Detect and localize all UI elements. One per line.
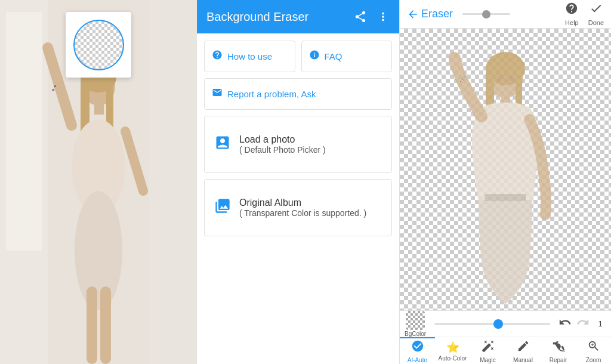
tab-auto-color-label: Auto-Color	[439, 355, 467, 362]
tab-magic[interactable]: Magic	[470, 337, 505, 364]
zoom-icon	[587, 340, 600, 356]
bgcolor-label: BgColor	[405, 331, 426, 337]
left-photo-bg: ✦✦	[0, 0, 197, 364]
preview-circle	[73, 20, 124, 70]
load-photo-text: Load a photo ( Default Photo Picker )	[239, 134, 326, 155]
help-button[interactable]: Help	[565, 2, 579, 26]
tab-auto-color[interactable]: ⭐ Auto-Color	[435, 337, 470, 364]
toolbar-top-row: BgColor 1	[400, 311, 611, 337]
header-actions: Help Done	[565, 2, 604, 26]
eraser-canvas[interactable]: ✦✦✦	[400, 29, 611, 310]
header-slider-dot	[482, 10, 490, 18]
how-to-use-label: How to use	[227, 51, 272, 61]
help-icon	[565, 2, 578, 18]
how-to-use-button[interactable]: How to use	[204, 41, 295, 72]
done-label: Done	[588, 19, 604, 26]
bgcolor-swatch	[406, 311, 425, 330]
load-photo-title: Load a photo	[239, 134, 326, 145]
photo-load-icon	[214, 134, 231, 155]
toolbar-slider[interactable]	[434, 323, 550, 325]
svg-rect-8	[94, 103, 104, 115]
right-header: Eraser Help	[400, 0, 611, 29]
tab-magic-label: Magic	[480, 357, 496, 363]
toolbar-slider-dot	[493, 319, 503, 329]
faq-button[interactable]: FAQ	[301, 41, 393, 72]
svg-rect-2	[149, 0, 197, 364]
repair-icon	[552, 340, 565, 356]
tab-manual-label: Manual	[513, 357, 533, 363]
album-text: Original Album ( Transparent Color is su…	[239, 198, 366, 218]
done-button[interactable]: Done	[588, 2, 604, 26]
svg-rect-13	[87, 286, 97, 364]
svg-point-21	[509, 76, 514, 82]
back-label: Eraser	[421, 8, 453, 20]
svg-rect-25	[485, 194, 526, 201]
album-subtitle: ( Transparent Color is supported. )	[239, 208, 366, 218]
email-icon	[212, 87, 223, 101]
left-panel: ✦✦	[0, 0, 197, 364]
question-circle-icon	[212, 50, 223, 63]
bottom-toolbar: BgColor 1	[400, 310, 611, 364]
preview-card	[66, 12, 131, 78]
redo-button[interactable]	[576, 316, 590, 332]
svg-rect-3	[6, 12, 42, 251]
share-button[interactable]	[354, 10, 367, 23]
toolbar-number: 1	[594, 319, 606, 328]
middle-header: Background Eraser	[197, 0, 399, 33]
report-label: Report a problem, Ask	[227, 89, 316, 99]
top-menu-row: How to use FAQ	[204, 41, 392, 72]
middle-panel: Background Eraser	[197, 0, 400, 364]
tab-ai-auto-label: AI-Auto	[408, 357, 427, 363]
tab-repair-label: Repair	[550, 357, 567, 363]
svg-point-23	[449, 52, 461, 64]
more-options-button[interactable]	[377, 10, 390, 23]
tab-manual[interactable]: Manual	[505, 337, 541, 364]
back-button[interactable]: Eraser	[407, 8, 453, 20]
middle-content: How to use FAQ Report a problem, Ask	[197, 33, 399, 243]
magic-icon	[482, 340, 495, 356]
right-panel: Eraser Help	[400, 0, 611, 364]
album-icon	[214, 198, 231, 218]
tab-repair[interactable]: Repair	[541, 337, 576, 364]
auto-color-icon: ⭐	[446, 341, 459, 354]
tab-ai-auto[interactable]: AI-Auto	[400, 337, 435, 364]
load-photo-subtitle: ( Default Photo Picker )	[239, 145, 326, 155]
tab-zoom-label: Zoom	[586, 357, 601, 363]
checkmark-icon	[590, 2, 603, 18]
load-photo-button[interactable]: Load a photo ( Default Photo Picker )	[204, 116, 392, 173]
ai-auto-icon	[411, 340, 424, 356]
app-title: Background Eraser	[206, 10, 308, 24]
info-circle-icon	[309, 50, 320, 63]
header-slider-area	[458, 13, 560, 15]
album-title: Original Album	[239, 198, 366, 208]
svg-rect-14	[100, 286, 111, 364]
tab-zoom[interactable]: Zoom	[576, 337, 611, 364]
header-slider[interactable]	[462, 13, 510, 15]
svg-point-20	[497, 76, 502, 82]
faq-label: FAQ	[325, 51, 342, 61]
report-button[interactable]: Report a problem, Ask	[204, 78, 392, 110]
manual-icon	[517, 340, 530, 356]
header-icons	[354, 10, 390, 23]
undo-button[interactable]	[558, 316, 572, 332]
bgcolor-group[interactable]: BgColor	[405, 311, 426, 337]
help-label: Help	[565, 19, 579, 26]
original-album-button[interactable]: Original Album ( Transparent Color is su…	[204, 179, 392, 236]
toolbar-tabs: AI-Auto ⭐ Auto-Color Magic	[400, 337, 611, 364]
eraser-woman-svg: ✦✦✦	[419, 29, 592, 310]
svg-point-12	[75, 191, 122, 310]
